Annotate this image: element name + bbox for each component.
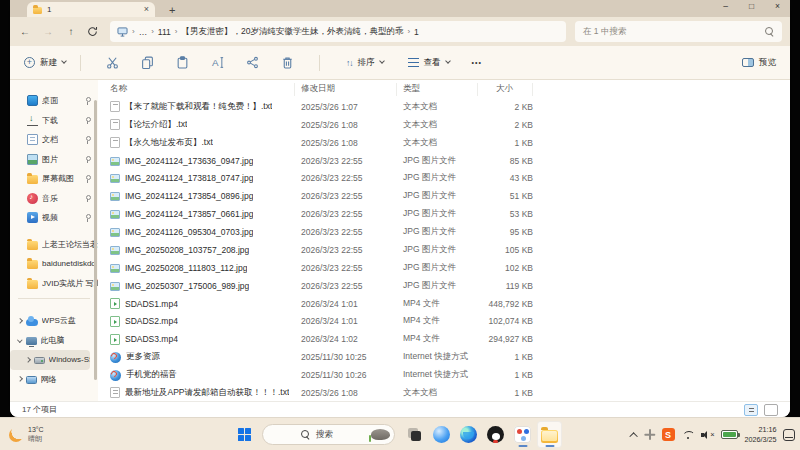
sort-button[interactable]: ↑↓ 排序 (346, 57, 384, 69)
file-size: 119 KB (478, 281, 533, 291)
taskbar-media-app-button[interactable] (510, 421, 535, 448)
file-date: 2026/3/23 22:55 (295, 281, 397, 291)
volume-muted-icon[interactable]: × (701, 429, 715, 440)
maximize-button[interactable]: □ (749, 1, 754, 11)
forward-button[interactable]: → (41, 26, 55, 37)
refresh-icon[interactable] (87, 26, 101, 37)
sidebar-item-folder-1[interactable]: 上老王论坛当老三 (10, 235, 98, 255)
taskbar-file-explorer-button[interactable] (537, 421, 562, 448)
sidebar-item-folder-2[interactable]: baidunetdiskdo (10, 254, 98, 274)
clock[interactable]: 21:16 2026/3/25 (745, 425, 777, 444)
copy-button[interactable] (141, 56, 154, 69)
minimize-button[interactable]: – (723, 1, 728, 11)
details-view-toggle[interactable] (744, 404, 758, 416)
column-header-type[interactable]: 类型 (397, 83, 478, 96)
rename-button[interactable]: A (211, 56, 224, 69)
up-button[interactable]: ↑ (64, 26, 78, 37)
taskbar-qq-button[interactable] (483, 421, 508, 448)
file-size: 53 KB (478, 209, 533, 219)
large-icons-view-toggle[interactable] (764, 404, 778, 416)
column-header-date[interactable]: 修改日期 (295, 83, 397, 96)
notification-center-icon[interactable] (783, 429, 795, 441)
tab-close-icon[interactable]: × (144, 5, 149, 14)
preview-button[interactable]: 预览 (742, 57, 776, 69)
sidebar-item-music[interactable]: 音乐 (10, 189, 98, 209)
new-tab-button[interactable]: + (169, 2, 175, 17)
chevron-right-icon[interactable] (25, 357, 30, 362)
battery-icon[interactable] (721, 430, 738, 439)
file-name-cell: IMG_20250307_175006_989.jpg (110, 281, 295, 291)
new-button[interactable]: + 新建 (24, 57, 66, 69)
column-header-name[interactable]: 名称 (108, 83, 295, 96)
file-row[interactable]: 最新地址及APP请发邮箱自动获取！！！.txt2025/3/26 1:08文本文… (98, 384, 790, 401)
file-row[interactable]: 更多资源2025/11/30 10:25Internet 快捷方式1 KB (98, 348, 790, 366)
sidebar-item-documents[interactable]: 文档 (10, 130, 98, 150)
file-name-cell: IMG_20250208_111803_112.jpg (110, 263, 295, 273)
file-row[interactable]: IMG_20241124_173818_0747.jpg2026/3/23 22… (98, 170, 790, 188)
hidden-icons-chevron[interactable] (629, 432, 637, 440)
sidebar-item-desktop[interactable]: 桌面 (10, 91, 98, 111)
wifi-icon[interactable] (681, 430, 694, 440)
breadcrumb-item[interactable]: 【男友泄密】，20岁清纯安徽学生妹，外表清纯，典型的乖 (181, 26, 403, 38)
taskbar-task-view-button[interactable] (402, 421, 427, 448)
chevron-right-icon[interactable] (17, 318, 22, 323)
file-row[interactable]: SDADS2.mp42026/3/24 1:01MP4 文件102,074 KB (98, 313, 790, 331)
sidebar-item-screenshots[interactable]: 屏幕截图 (10, 169, 98, 189)
file-row[interactable]: IMG_20241124_173636_0947.jpg2026/3/23 22… (98, 152, 790, 170)
sidebar-item-downloads[interactable]: 下载 (10, 111, 98, 131)
sidebar-item-network[interactable]: 网络 (10, 370, 98, 390)
file-row[interactable]: IMG_20250307_175006_989.jpg2026/3/23 22:… (98, 277, 790, 295)
file-row[interactable]: 【来了就能下载和观看！纯免费！】.txt2025/3/26 1:07文本文档2 … (98, 98, 790, 116)
back-button[interactable]: ← (18, 26, 32, 37)
file-date: 2026/3/23 22:55 (295, 173, 397, 183)
sidebar-item-folder-3[interactable]: JVID实战片 写真 (10, 274, 98, 294)
view-button[interactable]: 查看 (408, 57, 450, 69)
file-type: Internet 快捷方式 (397, 369, 478, 381)
breadcrumb[interactable]: ›…›111›【男友泄密】，20岁清纯安徽学生妹，外表清纯，典型的乖›1 (110, 21, 566, 42)
file-name: SDADS1.mp4 (125, 299, 178, 309)
sidebar-item-this-pc[interactable]: 此电脑 (10, 331, 98, 351)
file-date: 2026/3/23 22:55 (295, 227, 397, 237)
sidebar-item-pictures[interactable]: 图片 (10, 150, 98, 170)
jpg-file-icon (110, 174, 120, 183)
cut-button[interactable] (106, 56, 119, 69)
chevron-right-icon[interactable] (17, 377, 22, 382)
file-date: 2026/3/24 1:01 (295, 299, 397, 309)
file-row[interactable]: IMG_20241126_095304_0703.jpg2026/3/23 22… (98, 223, 790, 241)
breadcrumb-item[interactable]: 111 (158, 27, 171, 37)
chevron-down-icon[interactable] (17, 338, 22, 343)
file-row[interactable]: IMG_20250208_111803_112.jpg2026/3/23 22:… (98, 259, 790, 277)
file-date: 2026/3/24 1:02 (295, 334, 397, 344)
delete-button[interactable] (281, 56, 294, 69)
sidebar-item-windows-ssd[interactable]: Windows-SSD (10, 350, 90, 370)
start-button[interactable] (238, 428, 251, 441)
file-row[interactable]: SDADS3.mp42026/3/24 1:02MP4 文件294,927 KB (98, 330, 790, 348)
breadcrumb-item[interactable]: 1 (414, 27, 419, 37)
remote-tool-icon[interactable] (644, 429, 655, 440)
column-header-size[interactable]: 大小 (478, 83, 533, 96)
file-row[interactable]: IMG_20250208_103757_208.jpg2026/3/23 22:… (98, 241, 790, 259)
file-row[interactable]: IMG_20241124_173854_0896.jpg2026/3/23 22… (98, 187, 790, 205)
taskbar-search[interactable]: 搜索 (262, 424, 395, 445)
sidebar-item-wps-cloud[interactable]: WPS云盘 (10, 311, 98, 331)
taskbar-edge-button[interactable] (456, 421, 481, 448)
taskbar-browser-app-button[interactable] (429, 421, 454, 448)
sogou-input-icon[interactable]: S (662, 428, 675, 441)
explorer-tab[interactable]: 1 × (27, 2, 155, 17)
file-row[interactable]: IMG_20241124_173857_0661.jpg2026/3/23 22… (98, 205, 790, 223)
file-row[interactable]: SDADS1.mp42026/3/24 1:01MP4 文件448,792 KB (98, 295, 790, 313)
system-tray: S × 21:16 2026/3/25 (632, 418, 795, 450)
more-options-button[interactable]: ••• (472, 59, 482, 66)
file-size: 1 KB (478, 388, 533, 398)
close-button[interactable]: × (775, 1, 780, 11)
file-row[interactable]: 手机党的福音2025/11/30 10:26Internet 快捷方式1 KB (98, 366, 790, 384)
weather-widget[interactable]: 13°C 晴朗 (9, 418, 44, 450)
file-row[interactable]: 【论坛介绍】.txt2025/3/26 1:08文本文档2 KB (98, 116, 790, 134)
sidebar-scrollbar[interactable] (94, 100, 97, 380)
sidebar-item-videos[interactable]: 视频 (10, 208, 98, 228)
share-button[interactable] (246, 56, 259, 69)
paste-button[interactable] (176, 56, 189, 69)
search-input[interactable]: 在 1 中搜索 (575, 21, 782, 42)
breadcrumb-item[interactable]: … (139, 27, 148, 37)
file-row[interactable]: 【永久地址发布页】.txt2025/3/26 1:08文本文档1 KB (98, 134, 790, 152)
